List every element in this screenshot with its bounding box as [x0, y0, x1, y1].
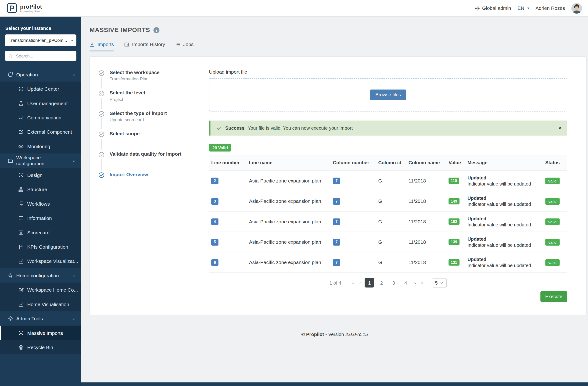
execute-button[interactable]: Execute [540, 291, 567, 302]
star-icon [7, 273, 13, 278]
column-header-line-number: Line number [209, 155, 247, 171]
next-page-icon[interactable]: › [413, 280, 417, 285]
close-icon[interactable]: × [558, 125, 562, 131]
column-id-cell: G [376, 232, 406, 252]
sidebar-item-communication[interactable]: Communication [0, 110, 81, 124]
language-selector[interactable]: EN ▾ [517, 5, 529, 11]
comment-icon [18, 215, 24, 221]
alert-title: Success [225, 125, 244, 131]
check-circle-icon [98, 90, 105, 97]
tab-imports[interactable]: Imports [89, 41, 114, 51]
info-icon[interactable]: i [153, 27, 160, 33]
instance-label: Select your instance [5, 26, 76, 31]
sidebar-item-recycle-bin[interactable]: Recycle Bin [0, 340, 81, 354]
page-button-3[interactable]: 3 [389, 278, 398, 287]
page-button-4[interactable]: 4 [401, 278, 410, 287]
sidebar-section-label: Admin Tools [16, 316, 43, 321]
sidebar-item-workflows[interactable]: Workflows [0, 197, 81, 211]
sidebar-item-label: Structure [27, 186, 47, 192]
column-header-column-name: Column name [406, 155, 446, 171]
screen: proPilot Powered by dFakto Global admin … [0, 0, 588, 386]
file-dropzone[interactable]: Browse files [209, 78, 567, 111]
sidebar-section-home-configuration[interactable]: Home configuration [0, 268, 81, 283]
sidebar-item-label: External Component [27, 129, 72, 135]
column-header-column-id: Column id [376, 155, 406, 171]
sidebar-section-label: Workspace configuration [16, 155, 69, 166]
chevron-down-icon [72, 273, 76, 278]
sidebar-item-kpis-configuration[interactable]: KPIs Configuration [0, 240, 81, 254]
first-page-icon[interactable]: « [351, 280, 356, 285]
sidebar-item-monitoring[interactable]: Monitoring [0, 139, 81, 153]
page-size-value: 5 [435, 280, 438, 285]
message-detail: Indicator value will be updated [467, 263, 540, 268]
sidebar-item-structure[interactable]: Structure [0, 182, 81, 196]
check-icon [216, 125, 222, 131]
page-button-2[interactable]: 2 [377, 278, 386, 287]
table-row: 6Asia-Pacific zone expansion plan7G11/20… [209, 252, 567, 272]
sidebar-item-external-component[interactable]: External Component [0, 125, 81, 139]
footer-version: 4.0.0-rc.15 [345, 332, 368, 337]
column-header-column-number: Column number [331, 155, 376, 171]
step-select-the-type-of-import[interactable]: Select the type of importUpdate scorecar… [98, 110, 194, 131]
search-box[interactable] [5, 51, 76, 61]
sidebar-item-workspace-home-co[interactable]: Workspace Home Co... [0, 283, 81, 297]
sidebar-item-update-center[interactable]: Update Center [0, 81, 81, 96]
step-select-scope[interactable]: Select scope [98, 131, 194, 151]
value-badge: 110 [448, 178, 459, 184]
value-badge: 139 [448, 239, 459, 245]
avatar[interactable] [571, 3, 582, 13]
main-content: MASSIVE IMPORTS i ImportsImports History… [81, 17, 588, 386]
message-title: Updated [467, 236, 540, 242]
column-id-cell: G [376, 252, 406, 272]
import-card: Select the workspaceTransformation PlanS… [89, 56, 586, 315]
line-number-badge: 4 [211, 218, 218, 225]
brand-text: proPilot Powered by dFakto [20, 3, 42, 13]
sidebar-item-workspace-visualizat[interactable]: Workspace Visualizat... [0, 254, 81, 268]
column-id-cell: G [376, 191, 406, 211]
table-icon [18, 229, 24, 235]
step-title: Select scope [110, 131, 194, 137]
footer-copyright: © Propilot [301, 332, 324, 337]
app-logo[interactable]: proPilot Powered by dFakto [7, 3, 42, 13]
column-name-cell: 11/2018 [406, 191, 446, 211]
page-size-select[interactable]: 5 [432, 278, 447, 287]
step-select-the-workspace[interactable]: Select the workspaceTransformation Plan [98, 70, 194, 90]
global-admin-menu[interactable]: Global admin [474, 5, 511, 11]
check-circle-icon [98, 70, 105, 77]
sidebar-section-workspace-configuration[interactable]: Workspace configuration [0, 154, 81, 168]
last-page-icon[interactable]: » [420, 280, 424, 285]
instance-select[interactable]: TransformationPlan_pPCom... ▾ [5, 34, 76, 46]
chevron-down-icon [72, 316, 76, 321]
user-name[interactable]: Adrien Rozès [535, 5, 565, 11]
sidebar-item-user-management[interactable]: User management [0, 96, 81, 110]
edit-icon [18, 287, 24, 293]
sidebar-item-scorecard[interactable]: Scorecard [0, 225, 81, 240]
propilot-logo-icon [7, 3, 17, 13]
step-import-overview[interactable]: Import Overview [98, 171, 194, 192]
sidebar-section-operation[interactable]: Operation [0, 67, 81, 81]
tab-label: Imports [97, 41, 114, 47]
sidebar-item-information[interactable]: Information [0, 211, 81, 225]
refresh-icon [18, 86, 24, 92]
browse-files-button[interactable]: Browse files [370, 89, 406, 100]
sidebar-section-admin-tools[interactable]: Admin Tools [0, 311, 81, 325]
import-stepper: Select the workspaceTransformation PlanS… [90, 57, 200, 315]
step-select-the-level[interactable]: Select the levelProject [98, 90, 194, 110]
column-header-message: Message [465, 155, 543, 171]
sidebar-item-design[interactable]: Design [0, 168, 81, 182]
valid-count-badge: 20 Valid [209, 144, 231, 151]
tab-jobs[interactable]: Jobs [175, 41, 193, 51]
message-title: Updated [467, 216, 540, 221]
prev-page-icon[interactable]: ‹ [358, 280, 362, 285]
success-alert: Success Your file is valid. You can now … [209, 121, 567, 136]
step-title: Validate data quality for import [110, 151, 194, 157]
step-validate-data-quality-for-import[interactable]: Validate data quality for import [98, 151, 194, 171]
sidebar-item-massive-imports[interactable]: Massive Imports [0, 326, 81, 340]
tab-imports-history[interactable]: Imports History [124, 41, 165, 51]
gear-icon [7, 316, 13, 321]
gear-icon [474, 5, 480, 11]
page-button-1[interactable]: 1 [365, 278, 374, 287]
sidebar-item-home-visualisation[interactable]: Home Visualisation [0, 297, 81, 311]
search-input[interactable] [15, 53, 73, 59]
check-circle-icon [98, 110, 105, 117]
